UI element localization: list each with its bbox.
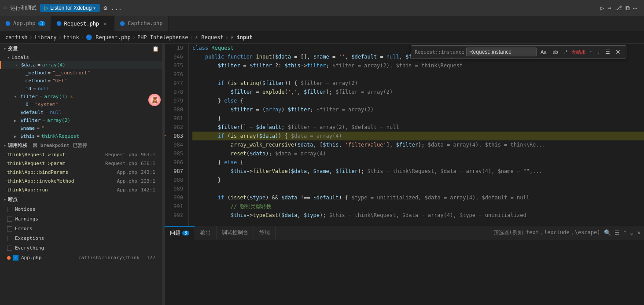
split-editor-icon[interactable]: ⧉ <box>626 4 630 12</box>
code-line-981: } <box>192 114 644 123</box>
code-line-979: } else { <box>192 96 644 105</box>
bp-everything-checkbox[interactable] <box>7 246 12 251</box>
code-view: Request::instance Aa ab .* 无结果 ↑ ↓ ☰ ✕ 1… <box>165 44 644 226</box>
bp-warnings-label: Warnings <box>15 215 155 223</box>
chevron-down-icon: ▾ <box>93 6 96 11</box>
breadcrumb-request-file[interactable]: 🔵 Request.php <box>86 34 131 40</box>
find-prev-button[interactable]: ↑ <box>588 48 594 56</box>
search-panel-icon[interactable]: 🔍 <box>604 229 611 236</box>
code-line-982: $filter[] = $default; $filter = array(2)… <box>192 123 644 132</box>
code-line-989 <box>192 184 644 193</box>
var-methond: methond = "GET" <box>0 77 162 85</box>
filter-input-area <box>165 239 644 305</box>
code-line-991: // 强制类型转换 <box>192 202 644 211</box>
top-right-actions: ▷ ⇒ ⎇ ⧉ ⋯ <box>600 4 640 12</box>
panel-tab-debug-console[interactable]: 调试控制台 <box>217 226 254 239</box>
bp-errors-checkbox[interactable] <box>7 226 12 232</box>
more-icon[interactable]: ⋯ <box>633 4 637 11</box>
gear-icon[interactable]: ⚙ <box>103 4 107 11</box>
code-line-976 <box>192 70 644 79</box>
breadcrumb-request-class[interactable]: ⚡ Request <box>195 34 224 40</box>
breadcrumb-input[interactable]: ⚡ input <box>230 34 253 40</box>
bp-notices-checkbox[interactable] <box>7 207 12 212</box>
breadcrumb-library[interactable]: library <box>34 34 57 40</box>
find-no-result: 无结果 <box>571 49 586 55</box>
tabs-bar: 🔵 App.php 3 🔵 Request.php ✕ 🔵 Captcha.ph… <box>0 16 644 31</box>
tab-app[interactable]: 🔵 App.php 3 <box>0 16 51 31</box>
bp-exceptions-label: Exceptions <box>15 235 155 243</box>
locals-header[interactable]: ▾ Locals <box>0 54 162 61</box>
collapse-panel-icon[interactable]: ⌃ <box>623 229 627 236</box>
breadcrumb-catfish[interactable]: catfish <box>5 34 28 40</box>
filter-placeholder-label: 筛选器(例如 text，!exclude，\escape) <box>493 229 600 236</box>
tab-request-close[interactable]: ✕ <box>102 20 109 27</box>
debug-arrow-icon: ➤ <box>165 132 166 140</box>
var-data: ▾ $data = array(4) <box>0 61 162 69</box>
tab-captcha-icon: 🔵 <box>120 21 125 26</box>
panel-tab-issues[interactable]: 问题 3 <box>165 226 195 239</box>
locals-collapse-icon: ▾ <box>7 55 10 60</box>
tab-request[interactable]: 🔵 Request.php ✕ <box>51 16 114 31</box>
callstack-item-0[interactable]: think\Request->input Request.php 983:1 <box>0 151 162 159</box>
code-line-986: } else { <box>192 158 644 167</box>
breakpoints-header[interactable]: ▾ 断点 <box>0 195 162 205</box>
more-actions-button[interactable]: ... <box>111 4 122 11</box>
find-next-button[interactable]: ↓ <box>596 48 602 56</box>
play-icon: ▷ <box>44 5 48 11</box>
callstack-collapse-icon: ▾ <box>4 143 6 148</box>
var-filter-row: ▾ filter = array(1) ⚠ 🧸 <box>0 93 162 101</box>
callstack-item-3[interactable]: think\App::invokeMethod App.php 223:1 <box>0 177 162 186</box>
bp-app-checkbox[interactable] <box>13 255 18 261</box>
code-line-985: reset($data); $data = array(4) <box>192 149 644 158</box>
code-line-988: } <box>192 176 644 184</box>
variables-header[interactable]: ▾ 变量 📋 <box>0 44 162 54</box>
tab-app-label: App.php <box>13 20 36 26</box>
bp-errors-label: Errors <box>15 225 155 233</box>
bp-warnings-checkbox[interactable] <box>7 217 12 222</box>
callstack-item-4[interactable]: think\App::run App.php 142:1 <box>0 186 162 195</box>
bp-app-file: catfish\library\think <box>78 254 140 262</box>
debug-button[interactable]: ▷ Listen for Xdebug ▾ <box>40 4 100 12</box>
breadcrumb-think[interactable]: think <box>63 34 79 40</box>
save-vars-icon[interactable]: 📋 <box>152 46 159 52</box>
callstack-item-2[interactable]: think\App::bindParams App.php 243:1 <box>0 168 162 177</box>
panel-tab-output[interactable]: 输出 <box>195 226 217 239</box>
step-over-icon[interactable]: ⇒ <box>607 4 611 11</box>
expand-panel-icon[interactable]: ⌄ <box>630 229 633 236</box>
find-case-sensitive[interactable]: Aa <box>538 48 548 55</box>
run-icon[interactable]: ▷ <box>600 4 604 11</box>
panel-tab-issues-badge: 3 <box>182 231 189 235</box>
variables-section: ▾ 变量 📋 ▾ Locals ▾ $data = array(4) _meth… <box>0 44 162 140</box>
bp-exceptions-checkbox[interactable] <box>7 236 12 241</box>
line-numbers: 19 946 975 976 977 978 979 980 981 982 ➤… <box>165 44 189 226</box>
panel-tab-terminal[interactable]: 终端 <box>254 226 276 239</box>
bp-notices-label: Notices <box>15 206 155 213</box>
source-control-icon[interactable]: ⎇ <box>615 4 622 11</box>
find-input[interactable] <box>466 48 537 56</box>
avatar: 🧸 <box>148 94 161 106</box>
code-line-977: if (is_string($filter)) { $filter = arra… <box>192 79 644 88</box>
find-regex[interactable]: .* <box>562 48 570 55</box>
panel-tabs: 问题 3 输出 调试控制台 终端 筛选器(例如 text，!exclude，\e… <box>165 226 644 239</box>
list-view-icon[interactable]: ☰ <box>615 229 620 236</box>
callstack-header[interactable]: ▾ 调用堆栈 因 breakpoint 已暂停 <box>0 140 162 151</box>
breadcrumb-intelephense[interactable]: PHP Intelephense <box>137 34 188 40</box>
debug-label: Listen for Xdebug <box>50 5 92 11</box>
find-whole-word[interactable]: ab <box>550 48 560 55</box>
bp-app-line: 127 <box>142 254 155 262</box>
variables-icon: ⊕ <box>4 5 7 11</box>
collapse-arrow-icon: ▾ <box>4 46 6 51</box>
close-panel-icon[interactable]: ✕ <box>637 229 640 236</box>
bp-dot-icon <box>7 256 11 260</box>
code-content: class Request public function input($dat… <box>189 44 644 226</box>
callstack-note: 因 breakpoint 已暂停 <box>33 142 87 149</box>
find-close-button[interactable]: ✕ <box>614 48 622 55</box>
panel-right-actions: 筛选器(例如 text，!exclude，\escape) 🔍 ☰ ⌃ ⌄ ✕ <box>493 229 644 236</box>
tab-captcha[interactable]: 🔵 Captcha.php <box>114 16 168 31</box>
editor-area: Request::instance Aa ab .* 无结果 ↑ ↓ ☰ ✕ 1… <box>165 44 644 305</box>
callstack-item-1[interactable]: think\Request->param Request.php 636:1 <box>0 159 162 168</box>
find-options-btn[interactable]: ☰ <box>604 48 612 56</box>
find-widget: Request::instance Aa ab .* 无结果 ↑ ↓ ☰ ✕ <box>411 45 626 59</box>
bp-exceptions: Exceptions <box>0 234 162 243</box>
code-line-978: $filter = explode(',', $filter); $filter… <box>192 88 644 96</box>
